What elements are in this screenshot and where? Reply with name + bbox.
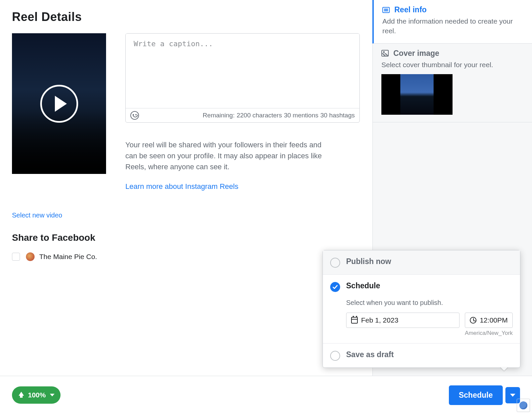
upload-percent: 100% bbox=[28, 391, 46, 399]
video-preview[interactable] bbox=[12, 33, 106, 174]
option-publish-now[interactable]: Publish now bbox=[323, 250, 520, 274]
share-page-row[interactable]: The Maine Pie Co. bbox=[12, 252, 360, 261]
radio-icon[interactable] bbox=[330, 351, 340, 361]
reel-info-desc: Add the information needed to create you… bbox=[382, 16, 523, 36]
calendar-icon bbox=[351, 317, 358, 324]
radio-checked-icon[interactable] bbox=[330, 282, 340, 292]
reel-info-title: Reel info bbox=[394, 5, 427, 14]
remaining-hashtags: 30 hashtags bbox=[320, 112, 355, 119]
option-schedule[interactable]: Schedule Select when you want to publish… bbox=[323, 274, 520, 343]
reel-info-icon bbox=[382, 7, 390, 13]
schedule-button[interactable]: Schedule bbox=[449, 385, 503, 405]
remaining-mentions: 30 mentions bbox=[284, 112, 319, 119]
reel-share-info: Your reel will be shared with your follo… bbox=[125, 139, 325, 172]
save-draft-label: Save as draft bbox=[346, 350, 513, 359]
schedule-desc: Select when you want to publish. bbox=[346, 299, 513, 307]
caption-box: Remaining: 2200 characters 30 mentions 3… bbox=[125, 33, 360, 123]
schedule-date-input[interactable]: Feb 1, 2023 bbox=[346, 313, 460, 328]
emoji-icon[interactable] bbox=[130, 111, 139, 120]
play-icon bbox=[40, 85, 78, 123]
cover-image-desc: Select cover thumbnail for your reel. bbox=[381, 60, 523, 69]
option-save-draft[interactable]: Save as draft bbox=[323, 343, 520, 367]
upload-progress-pill[interactable]: 100% bbox=[12, 386, 61, 404]
publish-now-label: Publish now bbox=[346, 257, 513, 266]
panel-cover-image[interactable]: Cover image Select cover thumbnail for y… bbox=[373, 44, 532, 122]
schedule-date-value: Feb 1, 2023 bbox=[361, 316, 398, 324]
share-page-name: The Maine Pie Co. bbox=[39, 253, 97, 261]
panel-reel-info[interactable]: Reel info Add the information needed to … bbox=[372, 0, 532, 44]
share-to-facebook-heading: Share to Facebook bbox=[12, 232, 360, 243]
remaining-label: Remaining: bbox=[203, 112, 235, 119]
main-content: Reel Details Remaining: 2200 characters … bbox=[0, 0, 372, 376]
learn-more-link[interactable]: Learn more about Instagram Reels bbox=[125, 182, 360, 191]
chevron-down-icon bbox=[510, 394, 515, 397]
schedule-popover: Publish now Schedule Select when you wan… bbox=[323, 250, 520, 368]
cover-thumbnail[interactable] bbox=[381, 74, 453, 115]
caption-input[interactable] bbox=[126, 34, 359, 107]
share-page-checkbox[interactable] bbox=[12, 253, 20, 261]
upload-icon bbox=[19, 392, 24, 396]
clock-icon bbox=[470, 317, 476, 324]
select-new-video-link[interactable]: Select new video bbox=[12, 211, 62, 219]
footer-bar: 100% Schedule bbox=[0, 376, 532, 414]
schedule-time-input[interactable]: 12:00PM bbox=[465, 313, 513, 328]
chevron-down-icon bbox=[50, 394, 55, 396]
cover-image-title: Cover image bbox=[393, 49, 439, 58]
remaining-chars: 2200 characters bbox=[237, 112, 282, 119]
radio-icon[interactable] bbox=[330, 258, 340, 268]
cover-image-icon bbox=[381, 50, 389, 57]
schedule-timezone: America/New_York bbox=[346, 330, 513, 337]
schedule-label: Schedule bbox=[346, 281, 513, 290]
page-title: Reel Details bbox=[12, 10, 360, 24]
page-avatar-icon bbox=[26, 252, 35, 261]
schedule-time-value: 12:00PM bbox=[480, 316, 508, 324]
globe-icon[interactable] bbox=[517, 399, 530, 412]
